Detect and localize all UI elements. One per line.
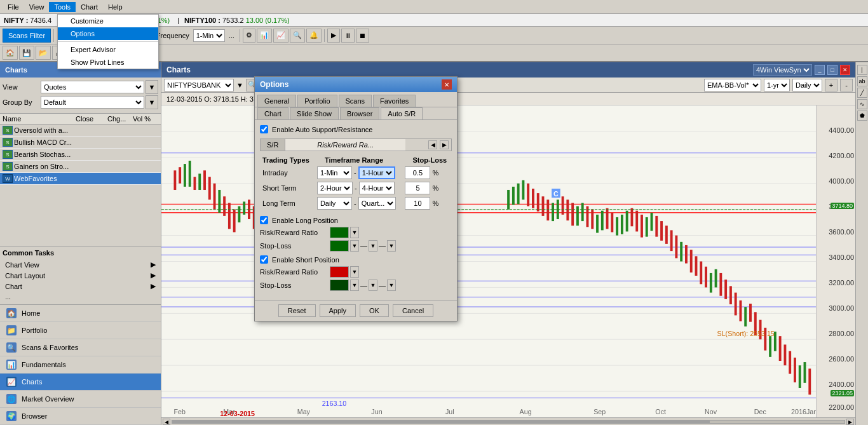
tab-slideshow-label: Slide Show	[297, 110, 332, 118]
long-rr-color-btn[interactable]	[330, 227, 349, 238]
long-rr-color: ▼	[330, 227, 359, 238]
trading-grid-header: Trading Types Timeframe Range Stop-Loss	[260, 155, 452, 165]
tab-general-label: General	[264, 97, 289, 105]
enable-auto-sr-checkbox[interactable]	[260, 125, 268, 133]
tf-intraday-from[interactable]: 1-Min	[317, 166, 352, 179]
tab-portfolio[interactable]: Portfolio	[297, 95, 337, 107]
type-intraday: Intraday	[260, 165, 315, 180]
long-sl-row: Stop-Loss ▼ — ▼ — ▼	[260, 240, 452, 252]
ok-button[interactable]: OK	[360, 304, 389, 317]
options-dialog: Options ✕ General Portfolio Scans Favori…	[254, 76, 458, 321]
short-rr-dropdown-btn[interactable]: ▼	[350, 266, 359, 278]
short-position-section: Enable Short Position Risk/Reward Ratio …	[260, 255, 452, 291]
tab-auto-sr[interactable]: Auto S/R	[381, 107, 423, 119]
tab-portfolio-label: Portfolio	[304, 97, 330, 105]
long-position-enable-row: Enable Long Position	[260, 216, 452, 224]
tf-longterm-to[interactable]: Quart...	[358, 197, 396, 210]
th-stop-loss: Stop-Loss	[402, 155, 452, 165]
tab-favorites-label: Favorites	[380, 97, 409, 105]
sl-shortterm-cell: %	[402, 180, 452, 196]
short-rr-row: Risk/Reward Ratio ▼	[260, 266, 452, 278]
short-rr-color: ▼	[330, 266, 359, 278]
short-sl-dropdown-btn[interactable]: ▼	[350, 280, 359, 291]
tab-browser-label: Browser	[347, 110, 372, 118]
short-rr-label: Risk/Reward Ratio	[260, 268, 330, 276]
long-sl-color-btn[interactable]	[330, 240, 349, 252]
sl-intraday-pct: %	[433, 169, 439, 177]
tab-scans[interactable]: Scans	[339, 95, 372, 107]
type-shortterm: Short Term	[260, 180, 315, 196]
dialog-titlebar: Options ✕	[255, 77, 457, 92]
short-sl-color-btn[interactable]	[330, 280, 349, 291]
short-sl-label: Stop-Loss	[260, 281, 330, 289]
tab-general[interactable]: General	[257, 95, 296, 107]
tf-intraday-to[interactable]: 1-Hour	[358, 166, 395, 179]
trading-row-shortterm: Short Term 2-Hour - 4-Hour %	[260, 180, 452, 196]
dialog-tabs-row1: General Portfolio Scans Favorites	[255, 92, 457, 107]
tab-favorites[interactable]: Favorites	[373, 95, 416, 107]
th-timeframe-range: Timeframe Range	[315, 155, 403, 165]
long-sl-dropdown-btn[interactable]: ▼	[350, 240, 359, 252]
sl-longterm-cell: %	[402, 196, 452, 211]
tab-browser[interactable]: Browser	[340, 107, 379, 119]
tab-chart-label: Chart	[264, 110, 281, 118]
sr-tab-rr[interactable]: Risk/Reward Ra...	[285, 139, 405, 151]
tab-auto-sr-label: Auto S/R	[388, 110, 416, 118]
apply-button[interactable]: Apply	[320, 304, 356, 317]
sr-prev-btn[interactable]: ◀	[428, 140, 437, 149]
sr-tab-sr[interactable]: S/R	[261, 139, 285, 151]
tab-scans-label: Scans	[346, 97, 365, 105]
long-sl-color: ▼ — ▼ — ▼	[330, 240, 396, 252]
dialog-title: Options	[260, 80, 288, 89]
sl-longterm-input[interactable]	[405, 197, 430, 210]
long-position-label: Enable Long Position	[272, 217, 338, 224]
long-rr-label: Risk/Reward Ratio	[260, 229, 330, 236]
tab-chart[interactable]: Chart	[257, 107, 288, 119]
short-rr-color-btn[interactable]	[330, 266, 349, 278]
dialog-close-btn[interactable]: ✕	[442, 79, 452, 90]
short-position-enable-row: Enable Short Position	[260, 255, 452, 264]
short-sl-dropdown3-btn[interactable]: ▼	[387, 280, 396, 291]
short-sl-color: ▼ — ▼ — ▼	[330, 280, 396, 291]
th-trading-types: Trading Types	[260, 155, 315, 165]
reset-button[interactable]: Reset	[278, 304, 316, 317]
tf-intraday: 1-Min - 1-Hour	[315, 165, 403, 180]
long-sl-label: Stop-Loss	[260, 242, 330, 250]
trading-row-intraday: Intraday 1-Min - 1-Hour %	[260, 165, 452, 180]
enable-auto-sr-label: Enable Auto Support/Resistance	[272, 126, 372, 133]
dialog-tabs-row2: Chart Slide Show Browser Auto S/R	[255, 107, 457, 120]
tf-shortterm-from[interactable]: 2-Hour	[317, 182, 353, 194]
tf-shortterm-to[interactable]: 4-Hour	[359, 182, 395, 194]
sl-intraday-input[interactable]	[405, 166, 430, 179]
tf-shortterm: 2-Hour - 4-Hour	[315, 180, 403, 196]
sl-shortterm-pct: %	[433, 184, 439, 192]
tab-slideshow[interactable]: Slide Show	[290, 107, 339, 119]
cancel-button[interactable]: Cancel	[393, 304, 433, 317]
dialog-content: Enable Auto Support/Resistance S/R Risk/…	[255, 120, 457, 300]
long-sl-dropdown2-btn[interactable]: ▼	[369, 240, 377, 252]
sl-longterm-pct: %	[433, 199, 439, 207]
long-rr-row: Risk/Reward Ratio ▼	[260, 227, 452, 238]
dialog-footer: Reset Apply OK Cancel	[255, 300, 457, 321]
enable-auto-sr-row: Enable Auto Support/Resistance	[260, 125, 452, 133]
tf-longterm-from[interactable]: Daily	[317, 197, 352, 210]
sr-tab-rr-label: Risk/Reward Ra...	[317, 141, 374, 149]
sl-shortterm-input[interactable]	[405, 182, 430, 194]
short-position-label: Enable Short Position	[272, 256, 339, 264]
long-position-section: Enable Long Position Risk/Reward Ratio ▼…	[260, 216, 452, 252]
short-position-checkbox[interactable]	[260, 255, 268, 264]
type-longterm: Long Term	[260, 196, 315, 211]
tf-longterm: Daily - Quart...	[315, 196, 403, 211]
sr-tabs-row: S/R Risk/Reward Ra... ◀ ▶	[260, 138, 452, 151]
dialog-overlay: Options ✕ General Portfolio Scans Favori…	[0, 0, 868, 425]
sl-intraday-cell: %	[402, 165, 452, 180]
trading-row-longterm: Long Term Daily - Quart... %	[260, 196, 452, 211]
sr-tab-sr-label: S/R	[267, 141, 278, 149]
short-sl-row: Stop-Loss ▼ — ▼ — ▼	[260, 280, 452, 291]
short-sl-dropdown2-btn[interactable]: ▼	[369, 280, 377, 291]
long-sl-dropdown3-btn[interactable]: ▼	[387, 240, 396, 252]
long-rr-dropdown-btn[interactable]: ▼	[350, 227, 359, 238]
trading-grid: Trading Types Timeframe Range Stop-Loss …	[260, 155, 452, 211]
sr-next-btn[interactable]: ▶	[440, 140, 449, 149]
long-position-checkbox[interactable]	[260, 216, 268, 224]
